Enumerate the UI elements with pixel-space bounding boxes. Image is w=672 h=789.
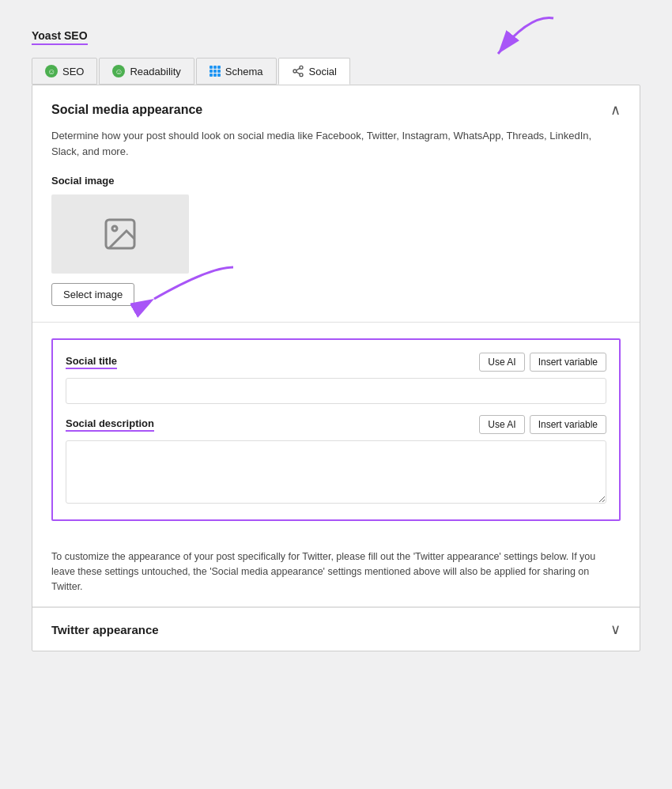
tab-readability-label: Readability xyxy=(130,66,180,77)
svg-line-5 xyxy=(296,68,300,70)
twitter-appearance-section: Twitter appearance ∨ xyxy=(32,607,640,651)
tab-seo-label: SEO xyxy=(62,66,84,77)
social-title-row: Social title Use AI Insert variable xyxy=(66,353,606,372)
social-description-row: Social description Use AI Insert variabl… xyxy=(66,415,606,434)
app-title: Yoast SEO xyxy=(32,29,88,45)
social-title-actions: Use AI Insert variable xyxy=(479,353,606,372)
twitter-header: Twitter appearance ∨ xyxy=(51,621,621,638)
smiley-icon-readability: ☺ xyxy=(112,65,125,77)
main-card: Social media appearance ∧ Determine how … xyxy=(32,85,640,651)
highlighted-fields-section: Social title Use AI Insert variable Soci… xyxy=(51,338,621,521)
social-title-label: Social title xyxy=(66,355,117,369)
twitter-expand-icon[interactable]: ∨ xyxy=(610,621,621,638)
tab-seo[interactable]: ☺ SEO xyxy=(32,58,97,85)
share-icon-social xyxy=(292,65,304,77)
social-description-label: Social description xyxy=(66,417,154,432)
social-title-use-ai-btn[interactable]: Use AI xyxy=(479,353,524,372)
section-title: Social media appearance xyxy=(51,103,202,117)
social-image-placeholder xyxy=(51,194,189,274)
svg-point-1 xyxy=(300,66,303,69)
social-description-textarea[interactable] xyxy=(66,440,606,504)
tab-social[interactable]: Social xyxy=(278,58,350,85)
social-description-use-ai-btn[interactable]: Use AI xyxy=(479,415,524,434)
collapse-icon[interactable]: ∧ xyxy=(610,101,621,119)
image-placeholder-icon xyxy=(101,215,139,253)
tab-schema[interactable]: Schema xyxy=(196,58,277,85)
twitter-note: To customize the appearance of your post… xyxy=(32,537,640,606)
svg-point-2 xyxy=(293,70,296,73)
smiley-icon-seo: ☺ xyxy=(45,65,58,77)
social-title-insert-variable-btn[interactable]: Insert variable xyxy=(530,353,606,372)
svg-point-3 xyxy=(300,74,303,77)
section-header: Social media appearance ∧ xyxy=(51,101,621,119)
social-title-input[interactable] xyxy=(66,378,606,404)
grid-icon-schema xyxy=(210,66,221,77)
svg-line-4 xyxy=(296,72,300,74)
tab-schema-label: Schema xyxy=(225,66,263,77)
tab-social-label: Social xyxy=(309,66,337,77)
tab-readability[interactable]: ☺ Readability xyxy=(99,58,194,85)
select-image-button[interactable]: Select image xyxy=(51,283,134,306)
twitter-title: Twitter appearance xyxy=(51,623,159,636)
section-description: Determine how your post should look on s… xyxy=(51,128,621,159)
tabs-container: ☺ SEO ☺ Readability Schema xyxy=(32,58,640,85)
social-appearance-section: Social media appearance ∧ Determine how … xyxy=(32,85,640,322)
social-image-label: Social image xyxy=(51,175,621,187)
social-description-insert-variable-btn[interactable]: Insert variable xyxy=(530,415,606,434)
svg-point-7 xyxy=(112,226,117,231)
social-description-actions: Use AI Insert variable xyxy=(479,415,606,434)
